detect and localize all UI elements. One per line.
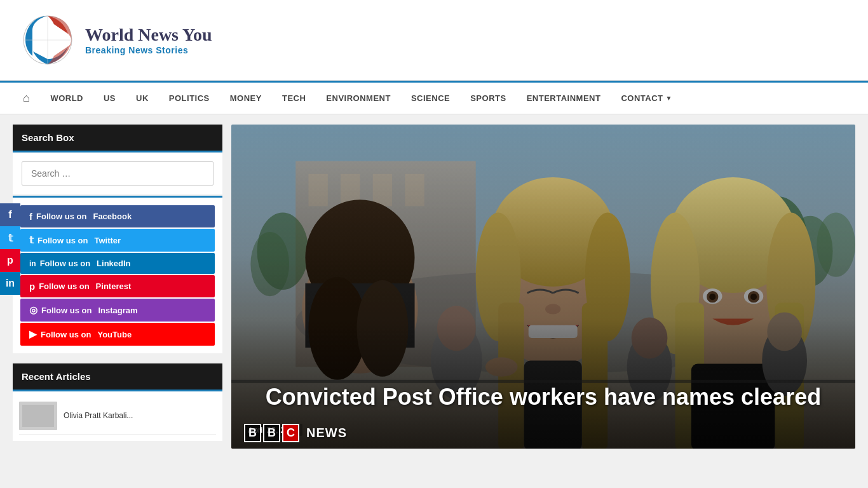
nav-home[interactable]: ⌂ bbox=[13, 83, 40, 114]
bbc-b1: B bbox=[244, 424, 261, 442]
nav-contact[interactable]: CONTACT ▼ bbox=[611, 85, 682, 112]
site-tagline: Breaking News Stories bbox=[85, 45, 212, 55]
pinterest-icon: p bbox=[29, 281, 35, 292]
nav-environment[interactable]: ENVIRONMENT bbox=[316, 85, 401, 112]
follow-pinterest-button[interactable]: p Follow us on Pinterest bbox=[20, 275, 215, 297]
facebook-icon: f bbox=[29, 211, 32, 222]
social-follow-links: f Follow us on Facebook 𝕥 Follow us on T… bbox=[13, 196, 222, 353]
instagram-icon: ◎ bbox=[29, 304, 37, 316]
hero-source: B B C NEWS bbox=[244, 424, 347, 442]
contact-dropdown-icon: ▼ bbox=[666, 95, 672, 102]
nav-politics[interactable]: POLITICS bbox=[159, 85, 220, 112]
hero-headline: Convicted Post Office workers have names… bbox=[257, 383, 830, 410]
nav-sports[interactable]: SPORTS bbox=[460, 85, 516, 112]
recent-articles-list: Olivia Pratt Karbali... bbox=[13, 390, 222, 441]
search-box-title: Search Box bbox=[22, 132, 214, 143]
site-logo-icon bbox=[19, 11, 76, 69]
linkedin-icon: in bbox=[29, 259, 36, 268]
logo-container[interactable]: World News You Breaking News Stories bbox=[19, 11, 212, 69]
follow-youtube-button[interactable]: ▶ Follow us on YouTube bbox=[20, 323, 215, 346]
recent-articles-title: Recent Articles bbox=[22, 371, 214, 382]
main-content: Convicted Post Office workers have names… bbox=[231, 125, 855, 449]
pinterest-label: Pinterest bbox=[96, 281, 132, 291]
site-header: World News You Breaking News Stories bbox=[0, 0, 868, 81]
search-input[interactable] bbox=[22, 161, 214, 186]
follow-linkedin-button[interactable]: in Follow us on LinkedIn bbox=[20, 253, 215, 274]
nav-uk[interactable]: UK bbox=[126, 85, 159, 112]
bbc-c: C bbox=[282, 424, 299, 442]
logo-text: World News You Breaking News Stories bbox=[85, 25, 212, 55]
float-linkedin-button[interactable]: in bbox=[0, 272, 20, 295]
follow-instagram-button[interactable]: ◎ Follow us on Instagram bbox=[20, 299, 215, 322]
linkedin-label: LinkedIn bbox=[97, 259, 130, 268]
follow-twitter-button[interactable]: 𝕥 Follow us on Twitter bbox=[20, 229, 215, 252]
bbc-news-label: NEWS bbox=[306, 426, 347, 440]
floating-social-buttons: f 𝕥 p in bbox=[0, 203, 20, 295]
instagram-label: Instagram bbox=[98, 306, 137, 315]
nav-tech[interactable]: TECH bbox=[272, 85, 316, 112]
nav-science[interactable]: SCIENCE bbox=[401, 85, 460, 112]
recent-articles-header: Recent Articles bbox=[13, 363, 222, 390]
follow-facebook-button[interactable]: f Follow us on Facebook bbox=[20, 205, 215, 227]
twitter-icon: 𝕥 bbox=[29, 234, 34, 246]
youtube-icon: ▶ bbox=[29, 329, 37, 340]
recent-article-item[interactable]: Olivia Pratt Karbali... bbox=[19, 398, 216, 435]
search-box-inner bbox=[13, 151, 222, 194]
hero-caption: Convicted Post Office workers have names… bbox=[231, 383, 855, 410]
sidebar: Search Box f Follow us on Facebook 𝕥 Fol… bbox=[13, 125, 222, 449]
nav-world[interactable]: WORLD bbox=[40, 85, 93, 112]
nav-entertainment[interactable]: ENTERTAINMENT bbox=[517, 85, 611, 112]
svg-rect-5 bbox=[22, 405, 54, 427]
nav-money[interactable]: MONEY bbox=[220, 85, 272, 112]
youtube-label: YouTube bbox=[97, 330, 132, 339]
hero-image[interactable]: Convicted Post Office workers have names… bbox=[231, 125, 855, 449]
float-pinterest-button[interactable]: p bbox=[0, 249, 20, 272]
main-nav: ⌂ WORLD US UK POLITICS MONEY TECH ENVIRO… bbox=[0, 81, 868, 114]
twitter-label: Twitter bbox=[94, 236, 121, 245]
bbc-b2: B bbox=[263, 424, 280, 442]
main-layout: Search Box f Follow us on Facebook 𝕥 Fol… bbox=[0, 114, 868, 459]
site-name: World News You bbox=[85, 25, 212, 45]
search-box-header: Search Box bbox=[13, 125, 222, 151]
facebook-label: Facebook bbox=[93, 212, 132, 221]
float-twitter-button[interactable]: 𝕥 bbox=[0, 226, 20, 249]
float-facebook-button[interactable]: f bbox=[0, 203, 20, 226]
bbc-logo: B B C NEWS bbox=[244, 424, 347, 442]
recent-article-thumbnail bbox=[19, 402, 57, 430]
recent-article-title: Olivia Pratt Karbali... bbox=[64, 410, 133, 421]
nav-us[interactable]: US bbox=[93, 85, 126, 112]
